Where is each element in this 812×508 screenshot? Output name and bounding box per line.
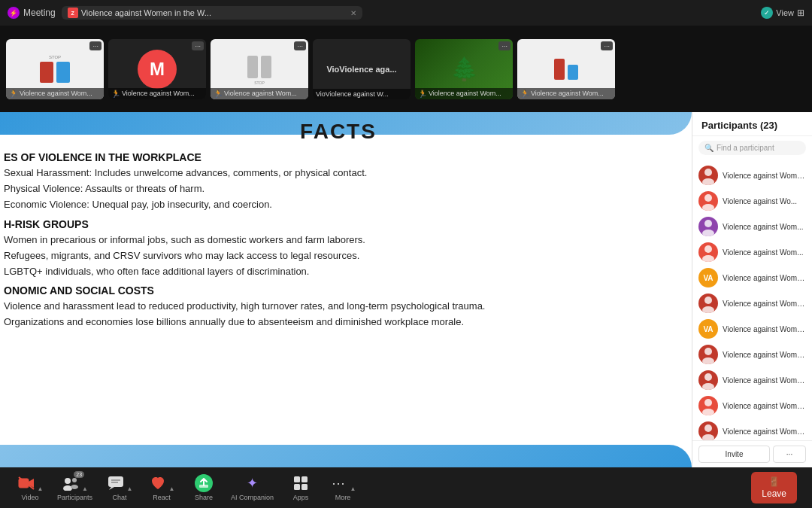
thumbnail-3[interactable]: STOP 🏃 Violence against Wom... ··· <box>211 39 308 99</box>
share-btn-inner <box>195 474 213 492</box>
leave-icon: 🚪 <box>768 476 780 487</box>
search-icon: 🔍 <box>704 144 714 152</box>
list-item[interactable]: Violence against Wome... <box>692 291 812 316</box>
thumb-options-1[interactable]: ··· <box>89 41 102 50</box>
list-item[interactable]: Violence against Wome... <box>692 393 812 418</box>
more-options-button[interactable]: ··· <box>773 446 806 463</box>
thumb-options-6[interactable]: ··· <box>601 41 613 50</box>
leave-button[interactable]: 🚪 Leave <box>751 472 797 503</box>
thumb-options-2[interactable]: ··· <box>192 41 204 50</box>
avatar <box>698 370 718 390</box>
thumb-options-3[interactable]: ··· <box>294 41 306 50</box>
invite-button[interactable]: Invite <box>698 446 770 463</box>
thumb-options-5[interactable]: ··· <box>498 41 511 50</box>
ai-tool[interactable]: ✦ AI Companion <box>231 474 274 501</box>
svg-point-11 <box>702 357 714 364</box>
section-text-3-0: Violence and harassment lead to reduced … <box>4 300 673 313</box>
view-button[interactable]: ✓ View ⊞ <box>761 7 804 19</box>
search-box[interactable]: 🔍 Find a participant <box>698 141 806 155</box>
list-item[interactable]: Violence against Wome... <box>692 342 812 367</box>
svg-point-12 <box>704 373 712 381</box>
svg-rect-34 <box>294 484 300 490</box>
leave-label: Leave <box>762 488 786 499</box>
section-text-1-2: Economic Violence: Unequal pay, job inse… <box>4 198 673 211</box>
thumbnail-4[interactable]: VioViolence aga... VioViolence against W… <box>313 39 411 99</box>
svg-point-23 <box>65 478 71 484</box>
svg-point-3 <box>702 204 714 211</box>
avatar <box>698 166 718 185</box>
list-item[interactable]: Violence against Wome... <box>692 418 812 440</box>
view-label: View <box>776 8 794 17</box>
avatar-m: M <box>138 50 177 89</box>
list-item[interactable]: Violence against Wome... <box>692 163 812 188</box>
svg-point-7 <box>702 255 714 262</box>
participant-list: Violence against Wome... Violence agains… <box>692 160 812 440</box>
participant-name: Violence against Wome... <box>723 402 806 410</box>
participant-name: Violence against Wo... <box>723 197 797 205</box>
avatar <box>698 294 718 313</box>
slide-area: FACTS ES OF VIOLENCE IN THE WORKPLACE Se… <box>0 112 692 467</box>
svg-point-26 <box>71 485 78 489</box>
section-text-2-1: Refugees, migrants, and CRSV survivors w… <box>4 249 673 263</box>
participants-icon: 23 <box>62 474 80 492</box>
thumbnail-6[interactable]: 🏃 Violence against Wom... ··· <box>517 39 615 99</box>
list-item[interactable]: Violence against Wom... <box>692 239 812 265</box>
video-icon <box>17 474 35 492</box>
avatar <box>698 345 718 364</box>
ai-label: AI Companion <box>231 494 274 501</box>
thumb-label-1: 🏃 Violence against Wom... <box>6 88 104 99</box>
avatar <box>698 191 718 211</box>
thumb-name-4: VioViolence aga... <box>320 59 402 80</box>
chat-tool-inner: ▲ <box>107 474 133 492</box>
list-item[interactable]: Violence against Wo... <box>692 188 812 214</box>
svg-point-6 <box>704 245 712 253</box>
top-bar: ⚡ Meeting Z Violence against Women in th… <box>0 0 812 26</box>
svg-point-5 <box>702 230 714 236</box>
slide-title: FACTS <box>4 120 673 144</box>
participants-tool[interactable]: 23 ▲ Participants <box>57 474 92 501</box>
section-text-1-0: Sexual Harassment: Includes unwelcome ad… <box>4 166 673 180</box>
search-input[interactable]: Find a participant <box>717 144 800 152</box>
video-tool-inner: ▲ <box>17 474 44 492</box>
more-tool-inner: ··· ▲ <box>330 474 356 492</box>
share-tool[interactable]: Share <box>189 474 219 501</box>
tab-favicon: Z <box>68 8 78 18</box>
list-item[interactable]: Violence against Wome... <box>692 367 812 393</box>
svg-point-0 <box>704 169 712 176</box>
thumbnail-5[interactable]: 🌲 🏃 Violence against Wom... ··· <box>415 39 513 99</box>
main-area: FACTS ES OF VIOLENCE IN THE WORKPLACE Se… <box>0 112 812 467</box>
more-label: More <box>335 494 351 501</box>
svg-point-9 <box>702 306 714 313</box>
svg-marker-28 <box>109 487 114 490</box>
more-tool[interactable]: ··· ▲ More <box>328 474 358 501</box>
meeting-text: Meeting <box>23 8 56 18</box>
participant-name: Violence against Wom... <box>723 248 803 257</box>
react-label: React <box>153 494 171 501</box>
meeting-label: ⚡ Meeting <box>8 7 56 19</box>
svg-rect-31 <box>199 485 208 488</box>
apps-tool[interactable]: Apps <box>286 474 316 501</box>
section-highrisk: H-RISK GROUPS Women in precarious or inf… <box>4 218 673 279</box>
video-tool[interactable]: ▲ Video <box>15 474 45 501</box>
more-arrow: ▲ <box>350 485 356 492</box>
list-item[interactable]: VA Violence against Wome... <box>692 265 812 291</box>
thumbnail-2[interactable]: M 🏃 Violence against Wom... ··· <box>108 39 206 99</box>
svg-point-24 <box>63 485 72 491</box>
tab-close-icon[interactable]: ✕ <box>350 9 356 17</box>
list-item[interactable]: VA Violence against Wome... <box>692 316 812 342</box>
view-grid-icon: ⊞ <box>797 8 804 18</box>
thumbnail-1[interactable]: STOP 🏃 Violence against Wom... ··· <box>6 39 104 99</box>
react-tool[interactable]: ▲ React <box>147 474 177 501</box>
chat-tool[interactable]: ▲ Chat <box>105 474 135 501</box>
list-item[interactable]: Violence against Wom... <box>692 214 812 239</box>
participant-name: Violence against Wome... <box>723 376 806 385</box>
participant-name: Violence against Wome... <box>723 300 806 308</box>
video-arrow: ▲ <box>38 485 44 492</box>
svg-rect-33 <box>301 476 308 482</box>
browser-tab[interactable]: Z Violence against Women in the W... ✕ <box>62 6 362 20</box>
svg-point-8 <box>704 297 712 304</box>
participant-count: 23 <box>763 120 774 131</box>
avatar <box>698 396 718 415</box>
ai-icon: ✦ <box>244 474 262 492</box>
section-violence: ES OF VIOLENCE IN THE WORKPLACE Sexual H… <box>4 151 673 212</box>
